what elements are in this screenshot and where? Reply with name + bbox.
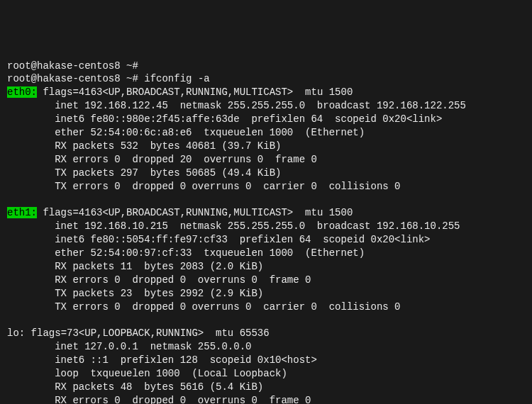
prompt-line: root@hakase-centos8 ~#: [7, 60, 525, 73]
iface-name: lo:: [7, 327, 25, 339]
prompt-line: root@hakase-centos8 ~# ifconfig -a: [7, 72, 525, 86]
output-line: inet 192.168.122.45 netmask 255.255.255.…: [7, 99, 525, 113]
iface-header: eth0: flags=4163<UP,BROADCAST,RUNNING,MU…: [7, 86, 525, 99]
output-line: TX packets 297 bytes 50685 (49.4 KiB): [7, 167, 525, 180]
iface-header: eth1: flags=4163<UP,BROADCAST,RUNNING,MU…: [7, 206, 525, 220]
iface-header: lo: flags=73<UP,LOOPBACK,RUNNING> mtu 65…: [7, 327, 525, 340]
output-line: inet6 ::1 prefixlen 128 scopeid 0x10<hos…: [7, 354, 525, 367]
output-line: inet6 fe80::5054:ff:fe97:cf33 prefixlen …: [7, 233, 525, 247]
output-line: inet 192.168.10.215 netmask 255.255.255.…: [7, 220, 525, 233]
output-line: loop txqueuelen 1000 (Local Loopback): [7, 367, 525, 381]
prompt-dir: ~: [126, 73, 132, 84]
prompt-user-host: root@hakase-centos8: [7, 73, 121, 84]
output-line: RX errors 0 dropped 20 overruns 0 frame …: [7, 153, 525, 167]
blank-line: [7, 313, 525, 327]
iface-flags: flags=4163<UP,BROADCAST,RUNNING,MULTICAS…: [37, 86, 353, 98]
output-line: ether 52:54:00:97:cf:33 txqueuelen 1000 …: [7, 247, 525, 260]
output-line: TX errors 0 dropped 0 overruns 0 carrier…: [7, 301, 525, 314]
output-line: RX packets 48 bytes 5616 (5.4 KiB): [7, 381, 525, 394]
command-text: ifconfig -a: [144, 73, 209, 84]
iface-flags: flags=73<UP,LOOPBACK,RUNNING> mtu 65536: [25, 327, 269, 339]
iface-name: eth1:: [7, 207, 37, 218]
iface-flags: flags=4163<UP,BROADCAST,RUNNING,MULTICAS…: [37, 207, 353, 218]
output-line: RX errors 0 dropped 0 overruns 0 frame 0: [7, 394, 525, 404]
prompt-dir: ~: [126, 60, 132, 72]
output-line: RX packets 532 bytes 40681 (39.7 KiB): [7, 140, 525, 153]
iface-name: eth0:: [7, 86, 37, 98]
prompt-user-host: root@hakase-centos8: [7, 60, 121, 72]
output-line: ether 52:54:00:6c:a8:e6 txqueuelen 1000 …: [7, 126, 525, 140]
output-line: TX errors 0 dropped 0 overruns 0 carrier…: [7, 180, 525, 193]
output-line: inet6 fe80::980e:2f45:affe:63de prefixle…: [7, 113, 525, 126]
blank-line: [7, 193, 525, 206]
output-line: TX packets 23 bytes 2992 (2.9 KiB): [7, 287, 525, 301]
output-line: RX errors 0 dropped 0 overruns 0 frame 0: [7, 274, 525, 287]
output-line: RX packets 11 bytes 2083 (2.0 KiB): [7, 260, 525, 274]
output-line: inet 127.0.0.1 netmask 255.0.0.0: [7, 340, 525, 354]
